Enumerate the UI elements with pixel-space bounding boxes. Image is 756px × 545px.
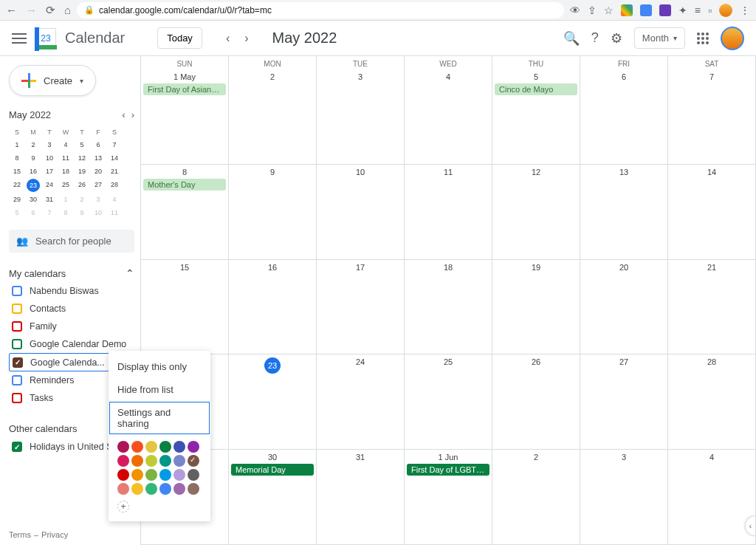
extensions-icon[interactable]: ✦: [678, 4, 687, 16]
calendar-list-item[interactable]: Contacts: [9, 300, 134, 318]
mini-day[interactable]: 4: [106, 193, 123, 206]
mini-day[interactable]: 14: [106, 151, 123, 165]
create-button[interactable]: Create ▾: [9, 65, 96, 96]
today-button[interactable]: Today: [157, 27, 202, 49]
day-cell[interactable]: 31: [317, 450, 405, 545]
event-chip[interactable]: First Day of LGBTQ+ Pride: [407, 464, 489, 476]
mini-day[interactable]: 2: [25, 138, 41, 151]
day-cell[interactable]: 16: [229, 260, 317, 355]
terms-link[interactable]: Terms: [9, 530, 31, 539]
prev-period-icon[interactable]: ‹: [220, 29, 236, 48]
mini-day[interactable]: 11: [58, 151, 74, 165]
mini-day[interactable]: 8: [58, 206, 74, 219]
day-cell[interactable]: 4: [405, 69, 492, 165]
mini-day[interactable]: 7: [41, 206, 58, 219]
color-option[interactable]: [117, 441, 129, 453]
search-icon[interactable]: 🔍: [563, 30, 580, 47]
extension-icon-1[interactable]: [621, 4, 633, 16]
main-menu-icon[interactable]: [12, 33, 27, 44]
help-icon[interactable]: ?: [591, 30, 599, 46]
checkbox[interactable]: [12, 286, 22, 296]
calendar-list-item[interactable]: Family: [9, 318, 134, 335]
day-cell[interactable]: 30Memorial Day: [229, 450, 317, 545]
day-cell[interactable]: 28: [668, 354, 756, 450]
mini-day[interactable]: 7: [106, 138, 123, 151]
checkbox[interactable]: [12, 375, 22, 385]
reload-icon[interactable]: ⟳: [46, 4, 55, 17]
home-icon[interactable]: ⌂: [64, 4, 71, 17]
color-option[interactable]: [117, 483, 129, 495]
checkbox[interactable]: [12, 321, 22, 332]
mini-day[interactable]: 21: [106, 165, 123, 178]
mini-day[interactable]: 23: [27, 179, 40, 192]
browser-avatar[interactable]: [719, 4, 732, 17]
color-option[interactable]: [159, 455, 171, 467]
view-selector[interactable]: Month ▾: [634, 27, 685, 49]
extension-icon-3[interactable]: [659, 4, 671, 16]
checkbox[interactable]: [12, 304, 22, 314]
checkbox[interactable]: [12, 339, 22, 349]
mini-next-icon[interactable]: ›: [131, 109, 134, 120]
eye-icon[interactable]: 👁: [570, 4, 580, 16]
apps-icon[interactable]: [697, 32, 709, 44]
color-option[interactable]: [159, 441, 171, 453]
color-option[interactable]: [173, 469, 185, 481]
day-cell[interactable]: 24: [317, 354, 405, 450]
address-bar[interactable]: 🔒 calendar.google.com/calendar/u/0/r?tab…: [77, 2, 564, 18]
day-cell[interactable]: 14: [668, 165, 756, 260]
mini-day[interactable]: 13: [90, 151, 106, 165]
mini-day[interactable]: 29: [9, 193, 25, 206]
add-color-button[interactable]: +: [117, 501, 129, 513]
day-cell[interactable]: 2: [229, 69, 317, 165]
color-option[interactable]: [145, 483, 157, 495]
mini-day[interactable]: 6: [25, 206, 41, 219]
gear-icon[interactable]: ⚙: [611, 30, 622, 47]
day-cell[interactable]: 4: [668, 450, 756, 545]
reading-list-icon[interactable]: ≡: [695, 4, 701, 16]
checkbox[interactable]: [12, 442, 22, 452]
day-cell[interactable]: 1 JunFirst Day of LGBTQ+ Pride: [405, 450, 492, 545]
color-option[interactable]: [188, 469, 199, 481]
account-avatar[interactable]: [721, 27, 744, 50]
mini-prev-icon[interactable]: ‹: [122, 109, 125, 120]
color-option[interactable]: [145, 441, 157, 453]
color-option[interactable]: [131, 441, 143, 453]
panel-icon[interactable]: ▫: [708, 4, 712, 16]
share-icon[interactable]: ⇪: [588, 4, 597, 16]
color-option[interactable]: [173, 455, 185, 467]
mini-day[interactable]: 3: [41, 138, 58, 151]
day-cell[interactable]: 27: [580, 354, 668, 450]
kebab-icon[interactable]: ⋮: [740, 4, 750, 16]
day-cell[interactable]: 15: [141, 260, 229, 355]
color-option[interactable]: [159, 469, 171, 481]
day-cell[interactable]: 1 MayFirst Day of Asian Pacific: [141, 69, 229, 165]
mini-day[interactable]: 28: [106, 178, 123, 193]
day-cell[interactable]: 7: [668, 69, 756, 165]
menu-item[interactable]: Settings and sharing: [109, 401, 210, 435]
mini-day[interactable]: 22: [9, 178, 25, 193]
color-option[interactable]: [173, 441, 185, 453]
mini-day[interactable]: 6: [90, 138, 106, 151]
mini-day[interactable]: 5: [74, 138, 90, 151]
menu-item[interactable]: Hide from list: [109, 378, 210, 401]
day-cell[interactable]: 12: [492, 165, 580, 260]
mini-day[interactable]: 20: [90, 165, 106, 178]
star-icon[interactable]: ☆: [604, 4, 614, 16]
next-period-icon[interactable]: ›: [238, 29, 254, 48]
mini-day[interactable]: 26: [74, 178, 90, 193]
mini-day[interactable]: 17: [41, 165, 58, 178]
day-cell[interactable]: 9: [229, 165, 317, 260]
back-icon[interactable]: ←: [6, 4, 17, 17]
mini-day[interactable]: 27: [90, 178, 106, 193]
checkbox[interactable]: [13, 357, 23, 368]
color-option[interactable]: [188, 455, 199, 467]
day-cell[interactable]: 2: [492, 450, 580, 545]
mini-day[interactable]: 4: [58, 138, 74, 151]
day-cell[interactable]: 13: [580, 165, 668, 260]
privacy-link[interactable]: Privacy: [41, 530, 68, 539]
mini-day[interactable]: 2: [74, 193, 90, 206]
extension-icon-2[interactable]: [640, 4, 652, 16]
mini-day[interactable]: 9: [74, 206, 90, 219]
day-cell[interactable]: 3: [580, 450, 668, 545]
color-option[interactable]: [145, 469, 157, 481]
